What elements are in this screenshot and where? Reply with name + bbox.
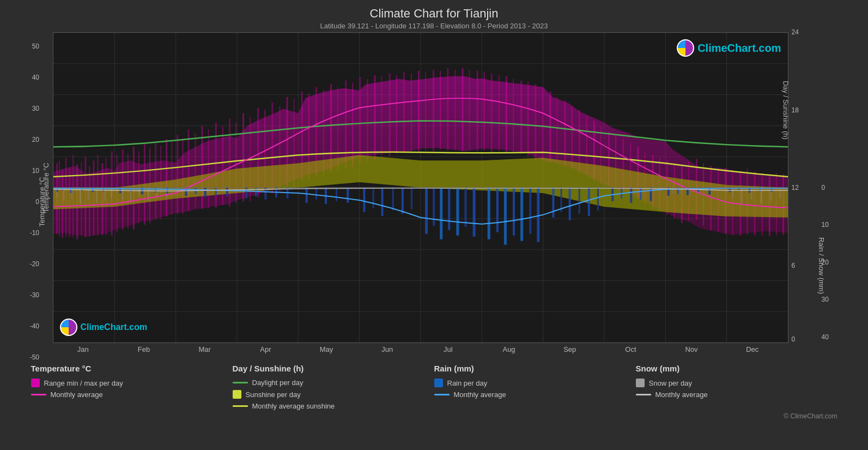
svg-rect-48 — [177, 135, 178, 213]
x-tick-jul: Jul — [418, 343, 479, 359]
svg-rect-93 — [498, 75, 499, 152]
legend-label-temp-avg: Monthly average — [51, 391, 103, 399]
svg-rect-161 — [381, 188, 383, 216]
legend-item-rain-avg: Monthly average — [434, 391, 636, 399]
legend-item-snow-bar: Snow per day — [636, 379, 837, 387]
svg-rect-87 — [454, 70, 456, 150]
legend-line-sunshine-avg — [233, 405, 248, 407]
svg-rect-189 — [650, 188, 652, 201]
svg-rect-165 — [425, 188, 428, 234]
svg-rect-172 — [487, 188, 490, 239]
svg-rect-54 — [215, 122, 216, 208]
svg-rect-83 — [425, 72, 426, 151]
svg-rect-169 — [456, 188, 459, 236]
legend-title-snow: Snow (mm) — [636, 364, 837, 373]
y-axis-right1-label: Day / Sunshine (h) — [781, 56, 790, 165]
svg-rect-162 — [392, 188, 393, 211]
chart-canvas: ClimeChart.com ClimeChart.com — [53, 32, 788, 343]
svg-rect-85 — [440, 71, 441, 149]
svg-rect-164 — [410, 188, 412, 209]
svg-rect-187 — [630, 188, 632, 203]
legend-label-snow-bar: Snow per day — [649, 379, 693, 387]
legend-swatch-temp-range — [31, 379, 40, 387]
svg-rect-74 — [359, 77, 361, 163]
svg-rect-80 — [403, 72, 404, 152]
svg-rect-88 — [462, 68, 463, 151]
x-tick-sep: Sep — [539, 343, 600, 359]
svg-rect-97 — [527, 82, 529, 157]
y-tick-n40: -40 — [30, 322, 39, 330]
logo-icon-large — [677, 39, 694, 57]
svg-rect-49 — [182, 139, 183, 214]
svg-rect-207 — [111, 188, 112, 199]
svg-rect-75 — [367, 79, 368, 161]
svg-rect-177 — [529, 188, 531, 234]
svg-rect-163 — [401, 188, 403, 214]
legend-label-sunshine-bar: Sunshine per day — [246, 391, 301, 399]
header: Climate Chart for Tianjin Latitude 39.12… — [320, 0, 548, 32]
y-tick-n30: -30 — [30, 291, 39, 299]
y-axis-right2-label: Rain / Snow (mm) — [817, 211, 825, 320]
svg-rect-103 — [571, 106, 572, 169]
y-tick-40: 40 — [32, 74, 39, 81]
svg-rect-82 — [417, 71, 419, 151]
y-axis-left-ticks-container: 50 40 30 20 10 0 -10 -20 -30 -40 -50 Tem… — [12, 46, 39, 357]
svg-rect-206 — [104, 188, 105, 201]
svg-rect-168 — [448, 188, 450, 230]
svg-rect-170 — [464, 188, 466, 227]
logo-icon-small — [60, 319, 77, 336]
x-tick-apr: Apr — [235, 343, 296, 359]
svg-rect-146 — [204, 188, 206, 197]
svg-rect-76 — [374, 75, 375, 159]
y-tick-right-0: 0 — [792, 335, 796, 343]
y-tick-rain-0: 0 — [822, 184, 825, 191]
x-tick-jun: Jun — [357, 343, 418, 359]
x-tick-feb: Feb — [113, 343, 174, 359]
svg-rect-94 — [505, 76, 507, 153]
watermark-bottom-left: ClimeChart.com — [60, 319, 148, 336]
svg-rect-79 — [396, 75, 397, 154]
svg-rect-222 — [741, 188, 742, 203]
svg-rect-175 — [513, 188, 515, 236]
svg-rect-171 — [472, 188, 475, 237]
legend-label-rain-bar: Rain per day — [447, 379, 488, 387]
svg-rect-92 — [490, 74, 492, 152]
legend-item-temp-avg: Monthly average — [31, 391, 233, 399]
y-tick-rain-40: 40 — [822, 333, 829, 341]
svg-rect-89 — [469, 70, 470, 150]
legend-swatch-sunshine — [233, 390, 241, 399]
svg-rect-181 — [568, 188, 570, 220]
x-tick-dec: Dec — [722, 343, 783, 359]
svg-rect-53 — [208, 129, 209, 208]
svg-rect-52 — [201, 126, 203, 208]
svg-rect-208 — [122, 188, 123, 200]
svg-rect-46 — [166, 139, 167, 217]
legend-col-snow: Snow (mm) Snow per day Monthly average — [636, 364, 837, 410]
svg-rect-81 — [410, 74, 411, 151]
legend-item-snow-avg: Monthly average — [636, 391, 837, 399]
svg-rect-142 — [155, 188, 156, 193]
svg-rect-102 — [564, 101, 566, 167]
svg-rect-84 — [433, 70, 434, 151]
legend-item-temp-range: Range min / max per day — [31, 379, 233, 387]
svg-rect-183 — [587, 188, 590, 216]
svg-rect-159 — [363, 188, 365, 212]
svg-rect-166 — [433, 188, 435, 226]
svg-rect-188 — [640, 188, 641, 200]
legend-line-temp-avg — [31, 394, 46, 395]
copyright: © ClimeChart.com — [20, 412, 848, 420]
svg-rect-95 — [513, 79, 514, 153]
x-axis: Jan Feb Mar Apr May Jun Jul Aug Sep Oct … — [20, 343, 848, 359]
svg-rect-182 — [578, 188, 580, 214]
svg-rect-44 — [155, 141, 156, 219]
x-tick-may: May — [296, 343, 357, 359]
x-tick-jan: Jan — [53, 343, 114, 359]
x-tick-nov: Nov — [661, 343, 722, 359]
svg-rect-96 — [520, 81, 522, 154]
legend-label-rain-avg: Monthly average — [454, 391, 506, 399]
svg-rect-184 — [597, 188, 598, 211]
y-axis-right1: 24 18 12 6 0 Day / Sunshine (h) — [788, 32, 818, 343]
svg-rect-78 — [389, 74, 390, 156]
svg-rect-154 — [305, 188, 307, 203]
svg-rect-225 — [770, 188, 772, 201]
